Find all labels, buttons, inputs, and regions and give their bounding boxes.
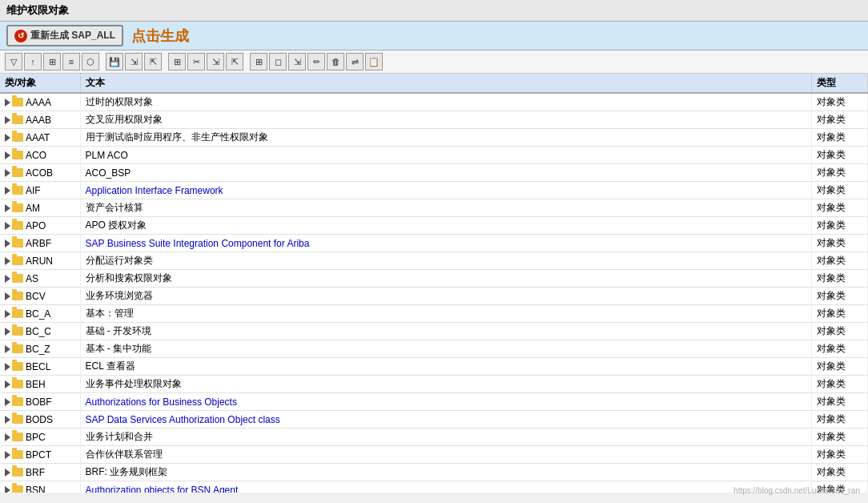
row-arrow bbox=[5, 433, 10, 441]
col-header-key: 类/对象 bbox=[0, 74, 80, 93]
table-row[interactable]: BOBF Authorizations for Business Objects… bbox=[0, 393, 868, 411]
toolbar-paste-btn[interactable]: 📋 bbox=[365, 53, 383, 70]
toolbar-grid-btn[interactable]: ⬡ bbox=[82, 53, 99, 70]
cell-type: 对象类 bbox=[812, 129, 868, 147]
key-text: AS bbox=[26, 273, 38, 284]
row-arrow bbox=[5, 204, 10, 212]
table-row[interactable]: AAAT 用于测试临时应用程序、非生产性权限对象对象类 bbox=[0, 129, 868, 147]
key-text: BCV bbox=[26, 291, 46, 302]
cell-key: BPCT bbox=[0, 446, 80, 464]
link-text[interactable]: Authorizations for Business Objects bbox=[86, 396, 237, 408]
folder-icon bbox=[12, 256, 23, 265]
key-text: BC_A bbox=[26, 308, 50, 320]
table-row[interactable]: BCV 业务环境浏览器对象类 bbox=[0, 288, 868, 305]
folder-icon bbox=[12, 274, 23, 283]
key-text: BOBF bbox=[26, 396, 52, 408]
toolbar-imp2-btn[interactable]: ⇱ bbox=[226, 53, 243, 70]
key-text: BRF bbox=[26, 467, 45, 478]
toolbar-export-btn[interactable]: ⇲ bbox=[125, 53, 143, 70]
table-row[interactable]: APO APO 授权对象对象类 bbox=[0, 217, 868, 235]
cell-type: 对象类 bbox=[812, 464, 868, 481]
cell-type: 对象类 bbox=[812, 305, 868, 323]
cell-type: 对象类 bbox=[812, 147, 868, 164]
toolbar-save-btn[interactable]: 💾 bbox=[106, 53, 123, 70]
toolbar-new-btn[interactable]: ⊞ bbox=[250, 53, 267, 70]
table-row[interactable]: BRF BRF: 业务规则框架对象类 bbox=[0, 464, 868, 481]
toolbar-cut-btn[interactable]: ✂ bbox=[187, 53, 205, 70]
regen-button[interactable]: ↺ 重新生成 SAP_ALL bbox=[6, 25, 123, 46]
col-header-type: 类型 bbox=[812, 74, 868, 93]
table-container: 类/对象 文本 类型 AAAA 过时的权限对象对象类 AAAB 交叉应用权限对象… bbox=[0, 74, 868, 493]
link-text[interactable]: Authorization objects for BSN Agent bbox=[86, 485, 239, 493]
toolbar-list-btn[interactable]: ≡ bbox=[62, 53, 80, 70]
table-row[interactable]: BEH 业务事件处理权限对象对象类 bbox=[0, 376, 868, 393]
key-text: AIF bbox=[26, 185, 41, 196]
cell-type: 对象类 bbox=[812, 270, 868, 288]
cell-key: AS bbox=[0, 270, 80, 288]
link-text[interactable]: Application Interface Framework bbox=[86, 185, 223, 196]
table-row[interactable]: AIF Application Interface Framework对象类 bbox=[0, 182, 868, 199]
table-row[interactable]: BODS SAP Data Services Authorization Obj… bbox=[0, 411, 868, 429]
key-text: ARUN bbox=[26, 256, 53, 267]
table-row[interactable]: BECL ECL 查看器对象类 bbox=[0, 358, 868, 376]
link-text[interactable]: SAP Data Services Authorization Object c… bbox=[86, 414, 280, 425]
toolbar-delete-btn[interactable]: 🗑 bbox=[327, 53, 344, 70]
table-row[interactable]: ACO PLM ACO对象类 bbox=[0, 147, 868, 164]
cell-key: BCV bbox=[0, 288, 80, 305]
toolbar-print-btn[interactable]: ⊞ bbox=[43, 53, 61, 70]
cell-text: PLM ACO bbox=[80, 147, 812, 164]
toolbar-link-btn[interactable]: ⇌ bbox=[346, 53, 364, 70]
cell-type: 对象类 bbox=[812, 446, 868, 464]
table-row[interactable]: ARBF SAP Business Suite Integration Comp… bbox=[0, 235, 868, 252]
key-text: BC_Z bbox=[26, 344, 50, 355]
table-row[interactable]: ACOB ACO_BSP对象类 bbox=[0, 164, 868, 182]
row-arrow bbox=[5, 239, 10, 247]
toolbar-exp2-btn[interactable]: ⇲ bbox=[207, 53, 224, 70]
cell-key: BC_C bbox=[0, 323, 80, 340]
folder-icon bbox=[12, 468, 23, 477]
toolbar-filter-btn[interactable]: ▽ bbox=[5, 53, 22, 70]
cell-key: AAAT bbox=[0, 129, 80, 147]
table-row[interactable]: BC_Z 基本 - 集中功能对象类 bbox=[0, 340, 868, 358]
row-arrow bbox=[5, 416, 10, 424]
table-row[interactable]: AAAB 交叉应用权限对象对象类 bbox=[0, 111, 868, 129]
toolbar-detail-btn[interactable]: ◻ bbox=[269, 53, 287, 70]
key-text: BSN bbox=[26, 485, 46, 493]
cell-text: 资产会计核算 bbox=[80, 199, 812, 217]
row-arrow bbox=[5, 398, 10, 406]
folder-icon bbox=[12, 450, 23, 459]
folder-icon bbox=[12, 203, 23, 212]
cell-text: 业务事件处理权限对象 bbox=[80, 376, 812, 393]
key-text: ACOB bbox=[26, 167, 53, 179]
regen-icon: ↺ bbox=[14, 30, 27, 42]
cell-type: 对象类 bbox=[812, 323, 868, 340]
row-arrow bbox=[5, 380, 10, 388]
table-row[interactable]: AS 分析和搜索权限对象对象类 bbox=[0, 270, 868, 288]
toolbar-exp3-btn[interactable]: ⇲ bbox=[288, 53, 306, 70]
table-row[interactable]: ARUN 分配运行对象类对象类 bbox=[0, 252, 868, 270]
cell-text: 基本：管理 bbox=[80, 305, 812, 323]
table-row[interactable]: BC_A 基本：管理对象类 bbox=[0, 305, 868, 323]
cell-text: 业务环境浏览器 bbox=[80, 288, 812, 305]
table-row[interactable]: AM 资产会计核算对象类 bbox=[0, 199, 868, 217]
folder-icon bbox=[12, 485, 23, 493]
table-row[interactable]: BPC 业务计划和合并对象类 bbox=[0, 429, 868, 446]
key-text: BEH bbox=[26, 379, 46, 390]
table-row[interactable]: BPCT 合作伙伴联系管理对象类 bbox=[0, 446, 868, 464]
cell-text: ACO_BSP bbox=[80, 164, 812, 182]
folder-icon bbox=[12, 433, 23, 441]
toolbar-import-btn[interactable]: ⇱ bbox=[144, 53, 162, 70]
table-row[interactable]: BC_C 基础 - 开发环境对象类 bbox=[0, 323, 868, 340]
toolbar-edit-btn[interactable]: ✏ bbox=[307, 53, 325, 70]
cell-key: AIF bbox=[0, 182, 80, 199]
toolbar-up-btn[interactable]: ↑ bbox=[24, 53, 42, 70]
link-text[interactable]: SAP Business Suite Integration Component… bbox=[86, 238, 310, 249]
row-arrow bbox=[5, 187, 10, 195]
key-text: AAAA bbox=[26, 97, 51, 108]
toolbar-copy-btn[interactable]: ⊞ bbox=[168, 53, 186, 70]
cell-key: BODS bbox=[0, 411, 80, 429]
table-row[interactable]: AAAA 过时的权限对象对象类 bbox=[0, 93, 868, 111]
cell-text: 合作伙伴联系管理 bbox=[80, 446, 812, 464]
cell-type: 对象类 bbox=[812, 340, 868, 358]
folder-icon bbox=[12, 380, 23, 388]
